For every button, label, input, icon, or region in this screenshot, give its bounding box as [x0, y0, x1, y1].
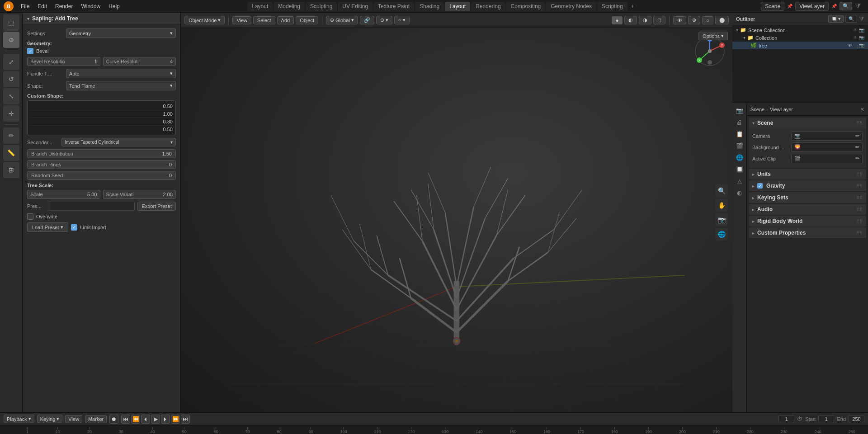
collection-render[interactable]: 📷: [859, 35, 864, 40]
jump-end-button[interactable]: ⏭: [181, 415, 190, 424]
outliner-scene-collection[interactable]: ▾ 📁 Scene Collection 👁 📷: [732, 26, 868, 34]
audio-section-header[interactable]: ▸ Audio ⠿⠿: [749, 204, 866, 215]
branch-distribution-field[interactable]: Branch Distribution 1.50: [27, 149, 176, 158]
toolbar-rotate[interactable]: ↺: [3, 71, 19, 87]
outliner-display-mode[interactable]: 🔲 ▾: [828, 15, 844, 23]
falloff-type[interactable]: ○ ▾: [394, 16, 410, 24]
overlay-toggle[interactable]: ○: [702, 16, 713, 24]
units-section-header[interactable]: ▸ Units ⠿⠿: [749, 169, 866, 179]
gravity-section-header[interactable]: ▸ Gravity ⠿⠿: [749, 180, 866, 191]
xray-toggle[interactable]: ⬤: [715, 16, 729, 24]
next-keyframe-button[interactable]: ⏵: [161, 415, 170, 424]
scale-variation-field[interactable]: Scale Variati 2.00: [103, 190, 176, 199]
menu-help[interactable]: Help: [105, 2, 123, 10]
playback-button[interactable]: Playback ▾: [4, 415, 34, 423]
settings-select[interactable]: Geometry ▾: [66, 28, 176, 38]
bevel-resolution-field[interactable]: Bevel Resolutio 1: [27, 57, 100, 66]
bevel-checkbox[interactable]: [27, 48, 33, 54]
limit-import-checkbox[interactable]: [71, 224, 77, 231]
visibility-icon[interactable]: 👁: [853, 28, 858, 33]
overwrite-checkbox[interactable]: [27, 213, 33, 220]
export-preset-button[interactable]: Export Preset: [137, 202, 176, 211]
view-button[interactable]: View: [65, 415, 82, 423]
toolbar-scale[interactable]: ⤡: [3, 88, 19, 104]
viewport-shading-wire[interactable]: ◻: [653, 16, 665, 24]
select-menu[interactable]: Select: [253, 16, 275, 24]
tab-animation[interactable]: Layout: [445, 2, 470, 11]
prev-frame-button[interactable]: ⏪: [131, 415, 140, 424]
properties-close[interactable]: ✕: [860, 106, 864, 113]
camera-view-icon[interactable]: 📷: [715, 213, 728, 226]
object-mode-dropdown[interactable]: Object Mode ▾: [184, 16, 225, 24]
view-menu[interactable]: View: [232, 16, 251, 24]
keying-button[interactable]: Keying ▾: [37, 415, 63, 423]
hand-icon[interactable]: ✋: [715, 199, 728, 212]
marker-button[interactable]: Marker: [85, 415, 107, 423]
toolbar-move[interactable]: ⤢: [3, 54, 19, 70]
active-clip-value[interactable]: 🎬 ✏: [791, 154, 863, 163]
outliner-filter[interactable]: ⧩: [859, 15, 864, 23]
current-frame-field[interactable]: 1: [778, 415, 794, 423]
visibility-toggle[interactable]: 👁: [673, 16, 686, 24]
keying-sets-header[interactable]: ▸ Keying Sets ⠿⠿: [749, 192, 866, 203]
blender-logo[interactable]: B: [4, 1, 14, 11]
toolbar-select[interactable]: ⬚: [3, 14, 19, 31]
toolbar-annotate[interactable]: ✏: [3, 127, 19, 144]
prop-object-icon[interactable]: 🔲: [734, 164, 745, 175]
tab-uv-editing[interactable]: UV Editing: [338, 2, 373, 11]
viewport-shading-solid[interactable]: ●: [612, 16, 623, 24]
snap-toggle[interactable]: 🔗: [360, 16, 374, 24]
next-frame-button[interactable]: ⏩: [171, 415, 180, 424]
add-workspace-tab[interactable]: +: [628, 2, 637, 11]
zoom-icon[interactable]: 🔍: [715, 184, 728, 197]
menu-render[interactable]: Render: [52, 2, 76, 10]
proportional-toggle[interactable]: ⊙ ▾: [376, 16, 392, 24]
custom-shape-box[interactable]: 0.50 1.00 0.30 0.50: [27, 100, 176, 135]
view-layer-field[interactable]: ViewLayer: [795, 2, 829, 11]
object-visibility[interactable]: 👁: [848, 43, 852, 48]
prop-world-icon[interactable]: 🌐: [734, 152, 745, 163]
custom-properties-header[interactable]: ▸ Custom Properties ⠿⠿: [749, 227, 866, 238]
collection-visibility[interactable]: 👁: [853, 35, 858, 40]
end-frame-field[interactable]: 250: [849, 415, 864, 423]
prev-keyframe-button[interactable]: ⏴: [141, 415, 150, 424]
object-select[interactable]: ⬚: [854, 43, 858, 48]
scene-view-icon[interactable]: 🌐: [715, 228, 728, 241]
random-seed-field[interactable]: Random Seed 0: [27, 171, 176, 180]
prop-mesh-icon[interactable]: △: [734, 175, 745, 186]
prop-view-layer-icon[interactable]: 📋: [734, 128, 745, 139]
gizmo-toggle[interactable]: ⊕: [688, 16, 700, 24]
toolbar-add[interactable]: ⊞: [3, 162, 19, 178]
scene-section-header[interactable]: ▾ Scene ⠿⠿: [749, 118, 866, 128]
load-preset-button[interactable]: Load Preset ▾: [27, 222, 68, 232]
curve-resolution-field[interactable]: Curve Resoluti 4: [103, 57, 176, 66]
shape-select[interactable]: Tend Flame ▾: [66, 81, 176, 90]
viewport-shading-material[interactable]: ◐: [624, 16, 637, 24]
branch-rings-field[interactable]: Branch Rings 0: [27, 160, 176, 169]
tab-rendering[interactable]: Rendering: [471, 2, 505, 11]
tab-sculpting[interactable]: Sculpting: [306, 2, 337, 11]
prop-render-icon[interactable]: 📷: [734, 105, 745, 116]
scale-field[interactable]: Scale 5.00: [27, 190, 100, 199]
handle-type-select[interactable]: Auto ▾: [66, 69, 176, 78]
jump-start-button[interactable]: ⏮: [121, 415, 130, 424]
viewport-shading-render[interactable]: ◑: [639, 16, 651, 24]
object-menu[interactable]: Object: [296, 16, 318, 24]
outliner-collection[interactable]: ▾ 📁 Collection 👁 📷: [732, 34, 868, 42]
rigid-body-world-header[interactable]: ▸ Rigid Body World ⠿⠿: [749, 216, 866, 226]
global-local-toggle[interactable]: ⊕ Global ▾: [326, 16, 358, 24]
toolbar-measure[interactable]: 📏: [3, 145, 19, 161]
tab-compositing[interactable]: Compositing: [506, 2, 546, 11]
menu-window[interactable]: Window: [77, 2, 104, 10]
preset-input[interactable]: [48, 202, 135, 211]
scene-name-field[interactable]: Scene: [761, 2, 784, 11]
viewport[interactable]: Object Mode ▾ View Select Add Object ⊕ G…: [181, 13, 732, 412]
menu-file[interactable]: File: [17, 2, 33, 10]
tab-texture-paint[interactable]: Texture Paint: [373, 2, 414, 11]
tab-geometry-nodes[interactable]: Geometry Nodes: [546, 2, 596, 11]
tab-shading[interactable]: Shading: [415, 2, 444, 11]
outliner-tree-object[interactable]: 🌿 tree 👁 ⬚ 📷: [732, 42, 868, 49]
gravity-checkbox[interactable]: [757, 183, 763, 189]
render-icon[interactable]: 📷: [859, 28, 864, 33]
object-render[interactable]: 📷: [859, 43, 864, 48]
